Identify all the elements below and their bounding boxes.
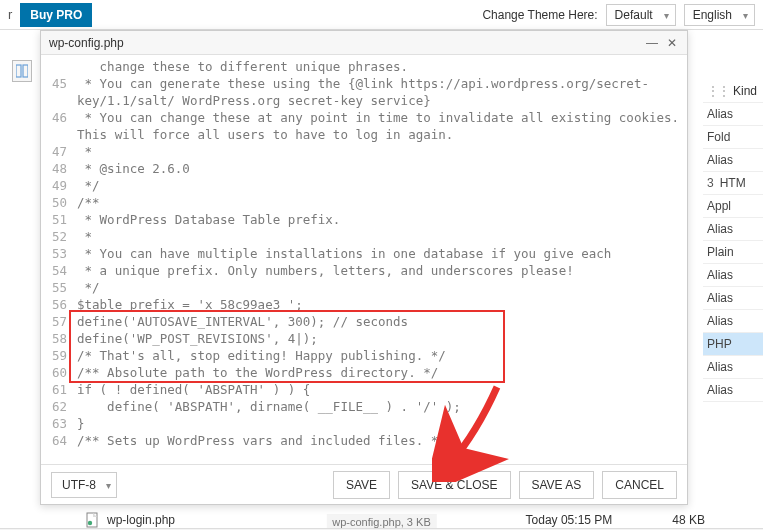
file-kind-column: ⋮⋮Kind AliasFoldAlias3HTMApplAliasPlainA…	[703, 80, 763, 500]
kind-cell[interactable]: Alias	[703, 218, 763, 241]
line-number	[41, 126, 73, 143]
close-icon[interactable]: ✕	[665, 36, 679, 50]
kind-label: Alias	[707, 360, 733, 374]
editor-window: wp-config.php — ✕ change these to differ…	[40, 30, 688, 505]
kind-label: Alias	[707, 314, 733, 328]
cancel-button[interactable]: CANCEL	[602, 471, 677, 499]
encoding-select[interactable]: UTF-8	[51, 472, 117, 498]
line-number: 53	[41, 245, 73, 262]
svg-rect-1	[23, 65, 28, 77]
change-theme-label: Change Theme Here:	[482, 8, 597, 22]
kind-label: Plain	[707, 245, 734, 259]
sidebar-panels-icon[interactable]	[12, 60, 32, 82]
line-number: 60	[41, 364, 73, 381]
kind-cell[interactable]: Alias	[703, 310, 763, 333]
kind-cell[interactable]: Alias	[703, 379, 763, 402]
code-line[interactable]: 60/** Absolute path to the WordPress dir…	[41, 364, 687, 381]
code-line[interactable]: 61if ( ! defined( 'ABSPATH' ) ) {	[41, 381, 687, 398]
code-line[interactable]: key/1.1/salt/ WordPress.org secret-key s…	[41, 92, 687, 109]
code-line[interactable]: 47 *	[41, 143, 687, 160]
code-text: define( 'ABSPATH', dirname( __FILE__ ) .…	[73, 398, 687, 415]
code-line[interactable]: This will force all users to have to log…	[41, 126, 687, 143]
kind-cell[interactable]: Alias	[703, 356, 763, 379]
code-text: *	[73, 143, 687, 160]
line-number: 61	[41, 381, 73, 398]
code-text: /* That's all, stop editing! Happy publi…	[73, 347, 687, 364]
code-text: This will force all users to have to log…	[73, 126, 687, 143]
buy-pro-button[interactable]: Buy PRO	[20, 3, 92, 27]
file-size: 48 KB	[650, 513, 705, 527]
line-number	[41, 58, 73, 75]
line-number: 49	[41, 177, 73, 194]
code-line[interactable]: 57define('AUTOSAVE_INTERVAL', 300); // s…	[41, 313, 687, 330]
code-line[interactable]: 52 *	[41, 228, 687, 245]
line-number: 62	[41, 398, 73, 415]
kind-cell[interactable]: Plain	[703, 241, 763, 264]
line-number: 45	[41, 75, 73, 92]
code-area[interactable]: change these to different unique phrases…	[41, 55, 687, 464]
code-text: *	[73, 228, 687, 245]
code-text: change these to different unique phrases…	[73, 58, 687, 75]
code-line[interactable]: 63}	[41, 415, 687, 432]
line-number: 52	[41, 228, 73, 245]
code-line[interactable]: 55 */	[41, 279, 687, 296]
code-line[interactable]: 50/**	[41, 194, 687, 211]
code-line[interactable]: 53 * You can have multiple installations…	[41, 245, 687, 262]
kind-cell[interactable]: Alias	[703, 287, 763, 310]
code-line[interactable]: change these to different unique phrases…	[41, 58, 687, 75]
code-line[interactable]: 62 define( 'ABSPATH', dirname( __FILE__ …	[41, 398, 687, 415]
minimize-icon[interactable]: —	[645, 36, 659, 50]
kind-label: PHP	[707, 337, 732, 351]
code-text: key/1.1/salt/ WordPress.org secret-key s…	[73, 92, 687, 109]
code-text: if ( ! defined( 'ABSPATH' ) ) {	[73, 381, 687, 398]
code-line[interactable]: 49 */	[41, 177, 687, 194]
code-text: define('WP_POST_REVISIONS', 4|);	[73, 330, 687, 347]
kind-cell[interactable]: Alias	[703, 149, 763, 172]
file-name: wp-login.php	[107, 513, 342, 527]
line-number	[41, 92, 73, 109]
code-line[interactable]: 59/* That's all, stop editing! Happy pub…	[41, 347, 687, 364]
line-number: 50	[41, 194, 73, 211]
save-button[interactable]: SAVE	[333, 471, 390, 499]
code-text: $table_prefix = 'x_58c99ae3_';	[73, 296, 687, 313]
line-number: 64	[41, 432, 73, 449]
code-line[interactable]: 51 * WordPress Database Table prefix.	[41, 211, 687, 228]
kind-cell[interactable]: Fold	[703, 126, 763, 149]
code-text: * You can generate these using the {@lin…	[73, 75, 687, 92]
save-close-button[interactable]: SAVE & CLOSE	[398, 471, 510, 499]
code-line[interactable]: 48 * @since 2.6.0	[41, 160, 687, 177]
line-number: 55	[41, 279, 73, 296]
kind-cell[interactable]: 3HTM	[703, 172, 763, 195]
line-number: 56	[41, 296, 73, 313]
app-letter: r	[8, 7, 12, 22]
code-text: /**	[73, 194, 687, 211]
code-line[interactable]: 64/** Sets up WordPress vars and include…	[41, 432, 687, 449]
language-select[interactable]: English	[684, 4, 755, 26]
kind-label: HTM	[720, 176, 746, 190]
code-text: }	[73, 415, 687, 432]
editor-titlebar[interactable]: wp-config.php — ✕	[41, 31, 687, 55]
line-number: 54	[41, 262, 73, 279]
kind-cell[interactable]: Appl	[703, 195, 763, 218]
kind-cell[interactable]: PHP	[703, 333, 763, 356]
kind-cell[interactable]: Alias	[703, 103, 763, 126]
theme-select[interactable]: Default	[606, 4, 676, 26]
code-line[interactable]: 54 * a unique prefix. Only numbers, lett…	[41, 262, 687, 279]
line-number: 59	[41, 347, 73, 364]
code-text: /** Absolute path to the WordPress direc…	[73, 364, 687, 381]
code-line[interactable]: 46 * You can change these at any point i…	[41, 109, 687, 126]
code-line[interactable]: 56$table_prefix = 'x_58c99ae3_';	[41, 296, 687, 313]
save-as-button[interactable]: SAVE AS	[519, 471, 595, 499]
kind-cell[interactable]: Alias	[703, 264, 763, 287]
kind-label: Appl	[707, 199, 731, 213]
kind-label: Alias	[707, 222, 733, 236]
svg-point-3	[88, 521, 92, 525]
line-number: 51	[41, 211, 73, 228]
column-header-kind[interactable]: ⋮⋮Kind	[703, 80, 763, 103]
kind-label: Fold	[707, 130, 730, 144]
code-text: * You can change these at any point in t…	[73, 109, 687, 126]
top-toolbar: r Buy PRO Change Theme Here: Default Eng…	[0, 0, 763, 30]
code-line[interactable]: 45 * You can generate these using the {@…	[41, 75, 687, 92]
code-line[interactable]: 58define('WP_POST_REVISIONS', 4|);	[41, 330, 687, 347]
row-badge: 3	[707, 176, 714, 190]
